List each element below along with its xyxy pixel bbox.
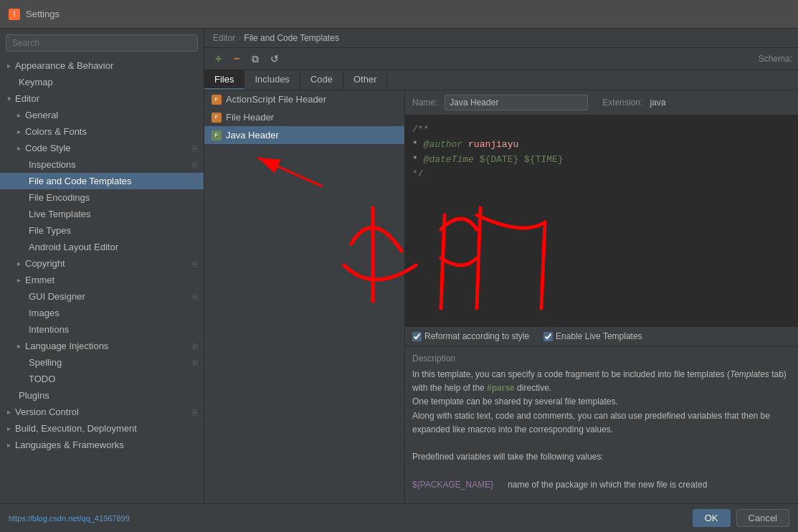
- toolbar: + − ⧉ ↺ Schema:: [204, 48, 798, 70]
- sidebar-item-colors_fonts[interactable]: ▸Colors & Fonts: [0, 123, 204, 140]
- window-title: Settings: [26, 9, 60, 19]
- sidebar-item-todo[interactable]: TODO: [0, 371, 204, 387]
- tab-files[interactable]: Files: [204, 70, 244, 90]
- sidebar: ▸Appearance & BehaviorKeymap▾Editor▸Gene…: [0, 29, 204, 503]
- breadcrumb-separator: ›: [238, 33, 241, 43]
- sidebar-label-file_types: File Types: [29, 225, 71, 236]
- file-list: F ActionScript File Header F File Header…: [204, 90, 405, 503]
- tab-other[interactable]: Other: [343, 70, 388, 90]
- reformat-checkbox-item[interactable]: Reformat according to style: [412, 331, 529, 341]
- live-templates-checkbox-item[interactable]: Enable Live Templates: [543, 331, 642, 341]
- sidebar-label-keymap: Keymap: [19, 77, 53, 87]
- expand-arrow-colors_fonts: ▸: [17, 128, 21, 136]
- file-label-actionscript: ActionScript File Header: [226, 94, 326, 105]
- sidebar-item-language_injections[interactable]: ▸Language Injections⎘: [0, 338, 204, 354]
- copy-icon-version_control: ⎘: [193, 408, 198, 417]
- code-line-4: */: [412, 167, 791, 182]
- add-button[interactable]: +: [210, 51, 227, 67]
- copy-icon-code_style: ⎘: [193, 144, 198, 153]
- sidebar-label-editor: Editor: [15, 93, 39, 104]
- sidebar-item-copyright[interactable]: ▸Copyright⎘: [0, 255, 204, 272]
- ok-button[interactable]: OK: [693, 509, 731, 527]
- split-pane: F ActionScript File Header F File Header…: [204, 90, 798, 503]
- sidebar-label-intentions: Intentions: [29, 324, 69, 335]
- sidebar-item-images[interactable]: Images: [0, 305, 204, 321]
- sidebar-label-spelling: Spelling: [29, 357, 62, 368]
- sidebar-label-images: Images: [29, 308, 60, 318]
- description-pane: Description In this template, you can sp…: [405, 346, 798, 503]
- cancel-button[interactable]: Cancel: [736, 509, 789, 527]
- sidebar-item-spelling[interactable]: Spelling⎘: [0, 354, 204, 371]
- sidebar-item-keymap[interactable]: Keymap: [0, 74, 204, 90]
- sidebar-item-appearance[interactable]: ▸Appearance & Behavior: [0, 57, 204, 74]
- reset-button[interactable]: ↺: [265, 52, 284, 66]
- name-input[interactable]: [445, 95, 588, 110]
- sidebar-item-version_control[interactable]: ▸Version Control⎘: [0, 404, 204, 420]
- sidebar-label-file_encodings: File Encodings: [29, 192, 90, 203]
- checkboxes-bar: Reformat according to style Enable Live …: [405, 326, 798, 346]
- reformat-checkbox[interactable]: [412, 332, 422, 341]
- code-editor[interactable]: /** * @author ruanjiayu * @dateTime ${DA…: [405, 115, 798, 326]
- sidebar-item-languages_frameworks[interactable]: ▸Languages & Frameworks: [0, 437, 204, 453]
- expand-arrow-language_injections: ▸: [17, 342, 21, 350]
- sidebar-item-file_types[interactable]: File Types: [0, 222, 204, 239]
- file-label-java_header: Java Header: [226, 130, 279, 141]
- sidebar-item-android_layout[interactable]: Android Layout Editor: [0, 239, 204, 255]
- csdn-link[interactable]: https://blog.csdn.net/qq_41967899: [9, 514, 130, 523]
- description-text: In this template, you can specify a code…: [412, 368, 791, 503]
- description-title: Description: [412, 353, 791, 364]
- expand-arrow-emmet: ▸: [17, 276, 21, 284]
- sidebar-item-plugins[interactable]: Plugins: [0, 387, 204, 404]
- expand-arrow-version_control: ▸: [7, 408, 11, 416]
- sidebar-item-build_execution[interactable]: ▸Build, Execution, Deployment: [0, 420, 204, 437]
- breadcrumb-current: File and Code Templates: [244, 33, 339, 43]
- file-label-file_header: File Header: [226, 112, 274, 123]
- live-templates-label: Enable Live Templates: [556, 331, 642, 341]
- sidebar-item-code_style[interactable]: ▸Code Style⎘: [0, 140, 204, 156]
- sidebar-item-editor[interactable]: ▾Editor: [0, 90, 204, 107]
- file-icon-actionscript: F: [212, 95, 222, 105]
- copy-icon-inspections: ⎘: [193, 161, 198, 169]
- expand-arrow-code_style: ▸: [17, 144, 21, 152]
- sidebar-item-file_encodings[interactable]: File Encodings: [0, 189, 204, 206]
- sidebar-item-general[interactable]: ▸General: [0, 107, 204, 123]
- expand-arrow-build_execution: ▸: [7, 424, 11, 432]
- file-icon-java_header: F: [212, 130, 222, 141]
- sidebar-item-intentions[interactable]: Intentions: [0, 321, 204, 338]
- copy-icon-copyright: ⎘: [193, 260, 198, 268]
- expand-arrow-appearance: ▸: [7, 62, 11, 70]
- name-bar: Name: Extension: java: [405, 90, 798, 115]
- live-templates-checkbox[interactable]: [543, 332, 553, 341]
- file-item-java_header[interactable]: F Java Header: [204, 126, 404, 144]
- breadcrumb: Editor › File and Code Templates: [204, 29, 798, 48]
- code-line-2: * @author ruanjiayu: [412, 138, 791, 153]
- main-container: ▸Appearance & BehaviorKeymap▾Editor▸Gene…: [0, 29, 798, 503]
- sidebar-label-build_execution: Build, Execution, Deployment: [15, 423, 137, 434]
- app-icon: !: [9, 9, 20, 20]
- extension-label: Extension:: [602, 98, 642, 108]
- extension-value: java: [650, 98, 665, 108]
- copy-button[interactable]: ⧉: [247, 52, 264, 66]
- expand-arrow-copyright: ▸: [17, 260, 21, 267]
- sidebar-label-gui_designer: GUI Designer: [29, 291, 85, 302]
- sidebar-label-copyright: Copyright: [25, 258, 65, 269]
- search-input[interactable]: [6, 34, 198, 52]
- tab-includes[interactable]: Includes: [244, 70, 300, 90]
- sidebar-item-inspections[interactable]: Inspections⎘: [0, 156, 204, 173]
- file-item-file_header[interactable]: F File Header: [204, 108, 404, 126]
- content-area: Editor › File and Code Templates + − ⧉ ↺…: [204, 29, 798, 503]
- sidebar-item-emmet[interactable]: ▸Emmet: [0, 272, 204, 288]
- remove-button[interactable]: −: [228, 51, 244, 67]
- breadcrumb-editor: Editor: [213, 33, 235, 43]
- expand-arrow-editor: ▾: [7, 95, 11, 103]
- tab-code[interactable]: Code: [300, 70, 343, 90]
- file-item-actionscript[interactable]: F ActionScript File Header: [204, 90, 404, 108]
- sidebar-label-emmet: Emmet: [25, 275, 54, 285]
- file-icon-file_header: F: [212, 113, 222, 123]
- sidebar-item-gui_designer[interactable]: GUI Designer⎘: [0, 288, 204, 305]
- sidebar-item-live_templates[interactable]: Live Templates: [0, 206, 204, 222]
- sidebar-label-code_style: Code Style: [25, 143, 71, 153]
- schema-label: Schema:: [759, 54, 792, 64]
- sidebar-item-file_code_templates[interactable]: File and Code Templates⎘: [0, 173, 204, 189]
- var1-name: ${PACKAGE_NAME}: [412, 480, 493, 490]
